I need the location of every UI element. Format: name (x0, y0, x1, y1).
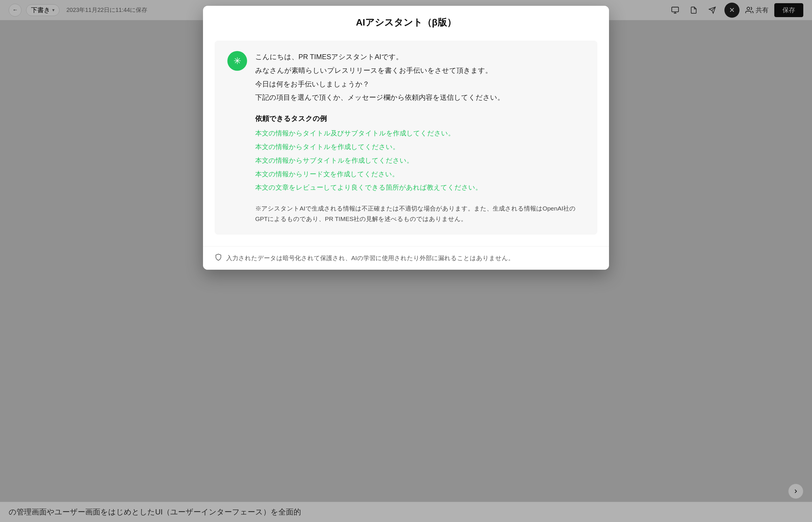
greeting-line-2: みなさんが素晴らしいプレスリリースを書くお手伝いをさせて頂きます。 (255, 65, 585, 77)
greeting-text: こんにちは、PR TIMESアシスタントAIです。 みなさんが素晴らしいプレスリ… (255, 51, 585, 103)
greeting-line-1: こんにちは、PR TIMESアシスタントAIです。 (255, 51, 585, 63)
greeting-line-3: 今日は何をお手伝いしましょうか？ (255, 78, 585, 90)
task-link-1[interactable]: 本文の情報からタイトル及びサブタイトルを作成してください。 (255, 128, 585, 139)
modal-overlay: AIアシスタント（β版） ✳ こんにちは、PR TIMESアシスタントAIです。… (0, 0, 812, 522)
message-content: こんにちは、PR TIMESアシスタントAIです。 みなさんが素晴らしいプレスリ… (255, 51, 585, 224)
task-link-3[interactable]: 本文の情報からサブタイトルを作成してください。 (255, 155, 585, 166)
message-box: ✳ こんにちは、PR TIMESアシスタントAIです。 みなさんが素晴らしいプレ… (215, 41, 597, 235)
footer-security-text: 入力されたデータは暗号化されて保護され、AIの学習に使用されたり外部に漏れること… (226, 254, 514, 262)
modal-footer: 入力されたデータは暗号化されて保護され、AIの学習に使用されたり外部に漏れること… (203, 246, 609, 270)
ai-avatar: ✳ (227, 51, 247, 71)
disclaimer-text: ※アシスタントAIで生成される情報は不正確または不適切な場合があります。また、生… (255, 203, 585, 224)
shield-icon (215, 254, 222, 263)
ai-assistant-modal: AIアシスタント（β版） ✳ こんにちは、PR TIMESアシスタントAIです。… (203, 6, 609, 270)
tasks-section: 依頼できるタスクの例 本文の情報からタイトル及びサブタイトルを作成してください。… (255, 114, 585, 193)
modal-body: ✳ こんにちは、PR TIMESアシスタントAIです。 みなさんが素晴らしいプレ… (203, 35, 609, 246)
greeting-line-4: 下記の項目を選んで頂くか、メッセージ欄から依頼内容を送信してください。 (255, 92, 585, 103)
task-link-2[interactable]: 本文の情報からタイトルを作成してください。 (255, 142, 585, 152)
modal-title: AIアシスタント（β版） (215, 16, 597, 29)
tasks-heading: 依頼できるタスクの例 (255, 114, 585, 123)
task-link-5[interactable]: 本文の文章をレビューしてより良くできる箇所があれば教えてください。 (255, 182, 585, 193)
task-link-4[interactable]: 本文の情報からリード文を作成してください。 (255, 169, 585, 180)
modal-header: AIアシスタント（β版） (203, 6, 609, 35)
